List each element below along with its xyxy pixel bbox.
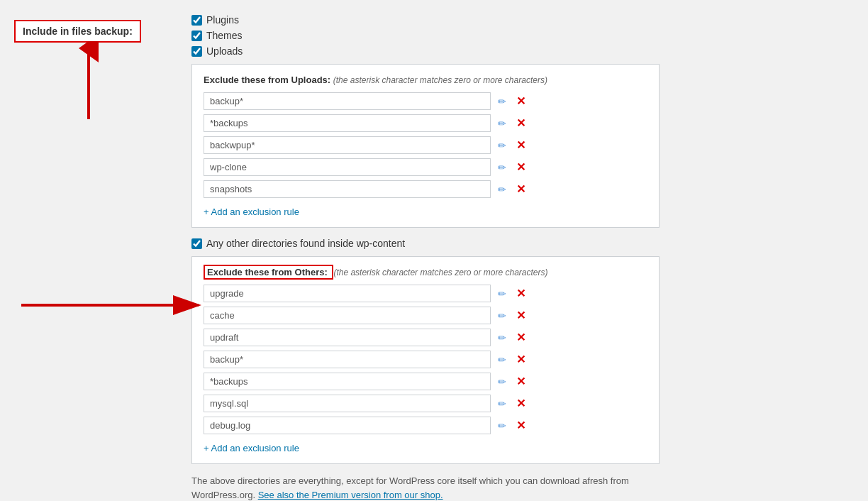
others-exclude-row: ✏✕ <box>204 373 647 390</box>
pencil-icon: ✏ <box>498 376 506 387</box>
uploads-edit-btn-0[interactable]: ✏ <box>495 94 509 109</box>
checkbox-other-dirs-row: Any other directories found inside wp-co… <box>191 238 854 249</box>
others-edit-btn-5[interactable]: ✏ <box>495 397 509 411</box>
uploads-exclude-input-1[interactable] <box>204 114 491 132</box>
footer-premium-link[interactable]: See also the Premium version from our sh… <box>258 490 443 500</box>
checkbox-uploads-row: Uploads <box>191 45 854 57</box>
checkbox-uploads[interactable] <box>191 46 202 57</box>
checkbox-plugins[interactable] <box>191 15 202 26</box>
others-rows: ✏✕✏✕✏✕✏✕✏✕✏✕✏✕ <box>204 285 647 434</box>
arrow-right <box>21 291 206 319</box>
checkbox-themes-row: Themes <box>191 30 854 41</box>
others-add-rule-link[interactable]: + Add an exclusion rule <box>204 443 299 453</box>
others-exclude-input-4[interactable] <box>204 373 491 390</box>
others-exclude-title-text: Exclude these from Others: <box>207 267 328 277</box>
others-edit-btn-3[interactable]: ✏ <box>495 353 509 367</box>
others-add-rule-label: Add an exclusion rule <box>211 443 299 453</box>
uploads-delete-btn-3[interactable]: ✕ <box>513 159 528 175</box>
others-delete-btn-1[interactable]: ✕ <box>513 307 528 324</box>
uploads-edit-btn-1[interactable]: ✏ <box>495 116 509 131</box>
uploads-edit-btn-4[interactable]: ✏ <box>495 182 509 197</box>
checkbox-plugins-label: Plugins <box>206 14 239 26</box>
others-exclude-title-highlighted: Exclude these from Others: <box>204 265 333 280</box>
right-section: Plugins Themes Uploads Exclude these fro… <box>170 14 854 501</box>
uploads-exclude-input-4[interactable] <box>204 180 491 198</box>
uploads-delete-btn-1[interactable]: ✕ <box>513 115 528 131</box>
cross-icon: ✕ <box>516 94 525 108</box>
pencil-icon: ✏ <box>498 420 506 431</box>
others-exclude-row: ✏✕ <box>204 285 647 302</box>
others-delete-btn-4[interactable]: ✕ <box>513 373 528 390</box>
pencil-icon: ✏ <box>498 288 506 299</box>
others-exclude-box: Exclude these from Others: (the asterisk… <box>191 256 660 464</box>
uploads-exclude-input-3[interactable] <box>204 158 491 176</box>
others-exclude-row: ✏✕ <box>204 329 647 346</box>
others-edit-btn-2[interactable]: ✏ <box>495 331 509 345</box>
cross-icon: ✕ <box>516 397 525 410</box>
others-exclude-input-5[interactable] <box>204 395 491 412</box>
uploads-delete-btn-2[interactable]: ✕ <box>513 137 528 153</box>
page-wrapper: Include in files backup: <box>14 14 854 501</box>
cross-icon: ✕ <box>516 419 525 432</box>
checkbox-uploads-label: Uploads <box>206 45 243 57</box>
cross-icon: ✕ <box>516 309 525 322</box>
pencil-icon: ✏ <box>498 310 506 321</box>
uploads-add-rule-link[interactable]: + Add an exclusion rule <box>204 207 299 217</box>
uploads-delete-btn-4[interactable]: ✕ <box>513 181 528 197</box>
uploads-edit-btn-3[interactable]: ✏ <box>495 160 509 175</box>
others-delete-btn-0[interactable]: ✕ <box>513 285 528 302</box>
checkbox-themes[interactable] <box>191 31 202 41</box>
pencil-icon: ✏ <box>498 140 506 151</box>
cross-icon: ✕ <box>516 353 525 366</box>
others-edit-btn-6[interactable]: ✏ <box>495 419 509 433</box>
others-delete-btn-5[interactable]: ✕ <box>513 395 528 412</box>
others-add-rule-plus: + <box>204 443 209 453</box>
uploads-exclude-input-0[interactable] <box>204 92 491 110</box>
others-exclude-row: ✏✕ <box>204 395 647 412</box>
others-exclude-row: ✏✕ <box>204 417 647 434</box>
cross-icon: ✕ <box>516 287 525 300</box>
others-exclude-row: ✏✕ <box>204 351 647 368</box>
others-exclude-input-6[interactable] <box>204 417 491 434</box>
uploads-edit-btn-2[interactable]: ✏ <box>495 138 509 153</box>
arrow-up <box>71 41 106 126</box>
others-edit-btn-0[interactable]: ✏ <box>495 287 509 301</box>
pencil-icon: ✏ <box>498 118 506 129</box>
others-exclude-note: (the asterisk character matches zero or … <box>333 268 547 277</box>
uploads-delete-btn-0[interactable]: ✕ <box>513 93 528 109</box>
others-delete-btn-2[interactable]: ✕ <box>513 329 528 346</box>
uploads-exclude-row: ✏✕ <box>204 136 647 154</box>
footer-text: The above directories are everything, ex… <box>191 474 660 501</box>
checkbox-themes-label: Themes <box>206 30 243 41</box>
others-exclude-input-2[interactable] <box>204 329 491 346</box>
checkbox-other-dirs-label: Any other directories found inside wp-co… <box>206 238 405 249</box>
checkbox-other-dirs[interactable] <box>191 238 202 249</box>
include-label: Include in files backup: <box>23 26 133 37</box>
others-exclude-input-3[interactable] <box>204 351 491 368</box>
others-exclude-input-0[interactable] <box>204 285 491 302</box>
uploads-exclude-row: ✏✕ <box>204 180 647 198</box>
cross-icon: ✕ <box>516 138 525 152</box>
others-delete-btn-6[interactable]: ✕ <box>513 417 528 434</box>
pencil-icon: ✏ <box>498 398 506 409</box>
include-label-box: Include in files backup: <box>14 20 141 43</box>
cross-icon: ✕ <box>516 331 525 344</box>
cross-icon: ✕ <box>516 375 525 388</box>
others-edit-btn-1[interactable]: ✏ <box>495 309 509 323</box>
uploads-exclude-row: ✏✕ <box>204 114 647 132</box>
pencil-icon: ✏ <box>498 184 506 195</box>
others-exclude-title: Exclude these from Others: (the asterisk… <box>204 267 647 277</box>
uploads-add-rule-plus: + <box>204 207 209 217</box>
cross-icon: ✕ <box>516 116 525 130</box>
uploads-exclude-input-2[interactable] <box>204 136 491 154</box>
uploads-exclude-row: ✏✕ <box>204 158 647 176</box>
left-section: Include in files backup: <box>14 14 170 501</box>
others-delete-btn-3[interactable]: ✕ <box>513 351 528 368</box>
uploads-exclude-row: ✏✕ <box>204 92 647 110</box>
uploads-rows: ✏✕✏✕✏✕✏✕✏✕ <box>204 92 647 198</box>
cross-icon: ✕ <box>516 182 525 196</box>
others-edit-btn-4[interactable]: ✏ <box>495 375 509 389</box>
pencil-icon: ✏ <box>498 354 506 365</box>
uploads-exclude-note: (the asterisk character matches zero or … <box>333 75 547 85</box>
others-exclude-input-1[interactable] <box>204 307 491 324</box>
